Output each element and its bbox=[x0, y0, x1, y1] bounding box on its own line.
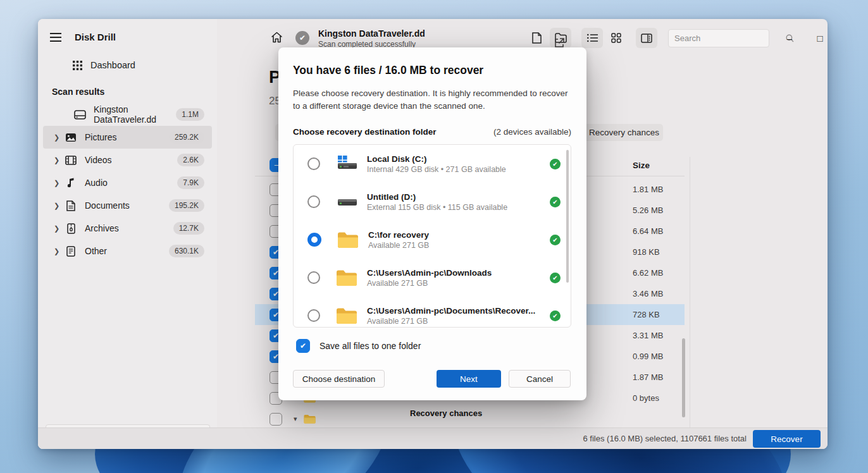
sidebar-item-pictures[interactable]: ❯ Pictures 259.2K bbox=[43, 126, 212, 149]
radio-button[interactable] bbox=[307, 271, 320, 284]
chevron-right-icon[interactable]: ❯ bbox=[54, 179, 63, 187]
radio-button[interactable] bbox=[307, 309, 320, 322]
category-count-badge: 259.2K bbox=[169, 131, 204, 144]
dialog-title: You have 6 files / 16.0 MB to recover bbox=[293, 64, 483, 77]
destination-option-downloads[interactable]: C:\Users\Admin-pc\Downloads Available 27… bbox=[294, 259, 571, 297]
category-count-badge: 195.2K bbox=[169, 199, 204, 212]
sidebar-item-dashboard[interactable]: Dashboard bbox=[73, 60, 217, 70]
radio-button[interactable] bbox=[307, 157, 320, 170]
category-label: Documents bbox=[85, 200, 169, 211]
dialog-description: Please choose recovery destination. It i… bbox=[293, 87, 574, 113]
category-count-badge: 2.6K bbox=[177, 154, 204, 166]
grid-view-button[interactable] bbox=[605, 28, 627, 48]
row-size: 1.81 MB bbox=[633, 185, 663, 194]
external-drive-icon bbox=[335, 194, 358, 210]
home-icon[interactable] bbox=[271, 32, 283, 43]
row-size: 3.46 MB bbox=[633, 289, 663, 298]
row-checkbox[interactable] bbox=[270, 413, 282, 426]
destination-list-scrollbar[interactable] bbox=[566, 150, 569, 283]
destination-detail: Available 271 GB bbox=[367, 279, 550, 288]
chevron-down-icon[interactable]: ▾ bbox=[294, 415, 297, 423]
sidebar-item-archives[interactable]: ❯ Archives 12.7K bbox=[43, 217, 212, 240]
recovery-chances-filter-chip[interactable]: Recovery chances bbox=[582, 124, 663, 141]
radio-button[interactable] bbox=[307, 233, 321, 247]
sidebar-item-documents[interactable]: ❯ Documents 195.2K bbox=[43, 194, 212, 217]
cancel-button[interactable]: Cancel bbox=[509, 370, 571, 388]
open-external-icon[interactable] bbox=[554, 38, 564, 48]
videos-icon bbox=[65, 156, 77, 165]
chevron-right-icon[interactable]: ❯ bbox=[54, 247, 63, 255]
preview-panel-button[interactable] bbox=[636, 28, 657, 48]
sidebar-item-other[interactable]: ❯ Other 630.1K bbox=[43, 240, 212, 262]
destination-detail: Available 271 GB bbox=[368, 241, 550, 250]
category-label: Audio bbox=[85, 178, 177, 188]
folder-icon bbox=[337, 231, 359, 249]
maximize-button[interactable]: □ bbox=[810, 29, 828, 47]
documents-icon bbox=[65, 200, 77, 211]
sidebar-item-videos[interactable]: ❯ Videos 2.6K bbox=[43, 149, 212, 171]
destination-name: C:\Users\Admin-pc\Downloads bbox=[367, 268, 550, 278]
destination-detail: External 115 GB disk • 115 GB available bbox=[367, 203, 550, 212]
archives-icon bbox=[65, 223, 77, 234]
minimize-button[interactable]: – bbox=[780, 29, 799, 47]
row-size: 1.87 MB bbox=[633, 372, 663, 382]
choose-destination-button[interactable]: Choose destination bbox=[293, 370, 385, 388]
other-icon bbox=[65, 246, 77, 257]
dashboard-label: Dashboard bbox=[90, 60, 135, 70]
category-count-badge: 630.1K bbox=[169, 245, 204, 257]
destination-detail: Internal 429 GB disk • 271 GB available bbox=[367, 165, 550, 174]
panel-divider bbox=[690, 157, 690, 449]
row-size: 3.31 MB bbox=[633, 331, 663, 340]
sidebar-item-scan-source[interactable]: Kingston DataTraveler.dd 1.1M bbox=[43, 103, 212, 126]
available-check-icon: ✔ bbox=[550, 159, 561, 169]
row-size: 918 KB bbox=[633, 247, 660, 257]
status-bar: 6 files (16.0 MB) selected, 1107661 file… bbox=[38, 427, 828, 449]
system-drive-icon bbox=[335, 156, 358, 172]
app-window: Disk Drill Dashboard Scan results Kingst… bbox=[38, 19, 828, 449]
destination-option-documents-recovered[interactable]: C:\Users\Admin-pc\Documents\Recover... A… bbox=[294, 297, 571, 328]
chevron-right-icon[interactable]: ❯ bbox=[54, 133, 63, 142]
save-one-folder-label: Save all files to one folder bbox=[319, 341, 421, 351]
chevron-right-icon[interactable]: ❯ bbox=[54, 202, 63, 210]
category-label: Other bbox=[85, 246, 169, 256]
pictures-icon bbox=[65, 133, 77, 142]
available-check-icon: ✔ bbox=[550, 273, 561, 283]
destination-name: C:\for recovery bbox=[368, 230, 550, 240]
folder-icon bbox=[304, 414, 316, 424]
file-list-scrollbar[interactable] bbox=[682, 338, 685, 417]
scan-source-count-badge: 1.1M bbox=[176, 108, 204, 121]
save-one-folder-checkbox[interactable]: ✔ bbox=[296, 339, 310, 353]
row-size: 0.99 MB bbox=[633, 352, 663, 361]
destination-name: C:\Users\Admin-pc\Documents\Recover... bbox=[367, 306, 550, 316]
row-size: 728 KB bbox=[633, 310, 660, 319]
row-size: 0 bytes bbox=[633, 393, 659, 403]
available-check-icon: ✔ bbox=[550, 235, 561, 245]
folder-icon bbox=[335, 307, 358, 324]
search-box[interactable] bbox=[668, 29, 769, 47]
preview-recovery-chances-label: Recovery chances bbox=[410, 408, 482, 418]
destination-name: Local Disk (C:) bbox=[367, 154, 550, 164]
destination-detail: Available 271 GB bbox=[367, 317, 550, 326]
next-button[interactable]: Next bbox=[437, 370, 501, 388]
search-input[interactable] bbox=[674, 34, 786, 43]
chevron-right-icon[interactable]: ❯ bbox=[54, 224, 63, 233]
sidebar: Disk Drill Dashboard Scan results Kingst… bbox=[38, 19, 217, 449]
row-size: 6.62 MB bbox=[633, 268, 663, 278]
category-count-badge: 7.9K bbox=[177, 176, 204, 189]
hamburger-menu-icon[interactable] bbox=[49, 32, 62, 42]
file-view-button[interactable] bbox=[526, 28, 547, 48]
destination-option-untitled-d[interactable]: Untitled (D:) External 115 GB disk • 115… bbox=[294, 183, 571, 221]
folder-icon bbox=[335, 269, 358, 286]
list-view-button[interactable] bbox=[581, 28, 603, 48]
chevron-right-icon[interactable]: ❯ bbox=[54, 156, 63, 164]
selection-summary: 6 files (16.0 MB) selected, 1107661 file… bbox=[583, 434, 747, 443]
disk-icon bbox=[73, 110, 86, 120]
audio-icon bbox=[65, 178, 77, 188]
destination-option-local-disk-c[interactable]: Local Disk (C:) Internal 429 GB disk • 2… bbox=[294, 145, 571, 183]
recover-button[interactable]: Recover bbox=[753, 430, 821, 448]
radio-button[interactable] bbox=[307, 195, 320, 208]
sidebar-item-audio[interactable]: ❯ Audio 7.9K bbox=[43, 171, 212, 194]
category-label: Pictures bbox=[85, 132, 169, 142]
destination-option-for-recovery[interactable]: C:\for recovery Available 271 GB ✔ bbox=[294, 221, 571, 259]
category-count-badge: 12.7K bbox=[173, 222, 204, 235]
